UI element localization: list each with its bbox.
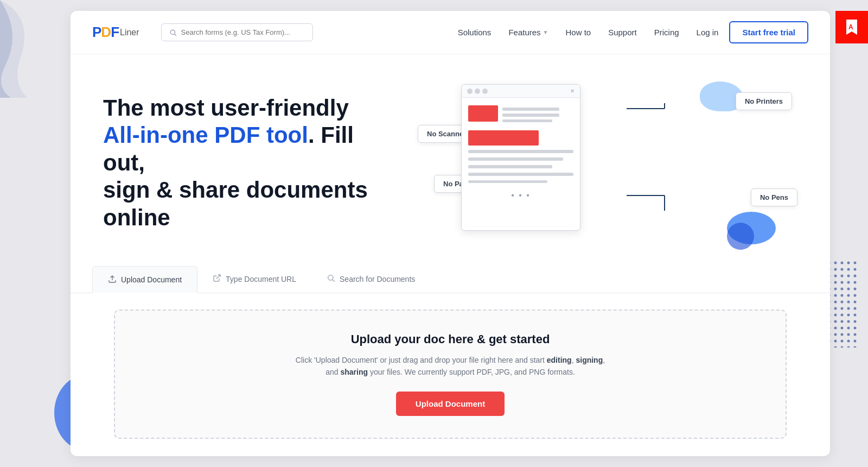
doc-line bbox=[502, 108, 559, 111]
bold-editing: editing bbox=[547, 356, 572, 364]
blob-bottomright2 bbox=[727, 223, 754, 250]
bg-decoration-topleft bbox=[0, 0, 76, 98]
svg-line-5 bbox=[174, 34, 176, 35]
upload-section: 1 Upload your doc here & get started Cli… bbox=[71, 293, 830, 456]
search-input[interactable] bbox=[181, 28, 305, 36]
svg-line-11 bbox=[216, 275, 220, 279]
search-box[interactable] bbox=[161, 23, 313, 41]
logo-text: PDF bbox=[92, 24, 119, 41]
hero-illustration: ✕ bbox=[407, 76, 808, 250]
svg-text:A: A bbox=[848, 23, 853, 31]
start-free-trial-button[interactable]: Start free trial bbox=[729, 21, 808, 43]
nav-solutions[interactable]: Solutions bbox=[451, 23, 498, 41]
search-tab-icon bbox=[327, 274, 335, 284]
doc-line bbox=[502, 113, 559, 117]
label-no-pens: No Pens bbox=[751, 188, 797, 206]
upload-description: Click 'Upload Document' or just drag and… bbox=[293, 354, 608, 378]
doc-line bbox=[468, 180, 547, 183]
url-tab-icon bbox=[213, 274, 221, 284]
doc-line bbox=[468, 157, 563, 161]
logo-liner-text: Liner bbox=[120, 28, 139, 37]
label-no-printers: No Printers bbox=[736, 92, 792, 110]
doc-dots: • • • bbox=[468, 191, 573, 200]
nav-login[interactable]: Log in bbox=[690, 23, 725, 41]
adobe-icon: A bbox=[842, 17, 861, 37]
tabs-section: Upload Document Type Document URL bbox=[71, 266, 830, 293]
doc-red-wide bbox=[468, 130, 539, 146]
svg-line-13 bbox=[333, 280, 335, 282]
logo[interactable]: PDF Liner bbox=[92, 24, 139, 41]
nav-links: Solutions Features ▼ How to Support Pric… bbox=[451, 21, 808, 43]
doc-red-small bbox=[468, 105, 498, 122]
tab-upload[interactable]: Upload Document bbox=[92, 266, 197, 293]
hero-title: The most user-friendly All-in-one PDF to… bbox=[103, 94, 385, 231]
hero-text: The most user-friendly All-in-one PDF to… bbox=[103, 94, 385, 231]
features-chevron: ▼ bbox=[543, 29, 548, 35]
doc-titlebar: ✕ bbox=[462, 85, 580, 98]
upload-title: Upload your doc here & get started bbox=[126, 332, 775, 346]
upload-dropzone[interactable]: Upload your doc here & get started Click… bbox=[114, 310, 787, 439]
nav-howto[interactable]: How to bbox=[559, 23, 597, 41]
search-icon bbox=[169, 29, 177, 36]
hero-section: The most user-friendly All-in-one PDF to… bbox=[71, 54, 830, 266]
curved-arrow bbox=[71, 333, 93, 377]
svg-point-12 bbox=[328, 275, 333, 280]
nav-features[interactable]: Features ▼ bbox=[502, 23, 554, 41]
upload-tab-icon bbox=[108, 275, 117, 285]
doc-content: • • • bbox=[462, 98, 580, 208]
navbar: PDF Liner Solutions Features ▼ How to Su… bbox=[71, 11, 830, 54]
doc-line bbox=[468, 150, 573, 153]
svg-point-4 bbox=[170, 30, 175, 34]
tab-url[interactable]: Type Document URL bbox=[197, 266, 311, 293]
nav-pricing[interactable]: Pricing bbox=[648, 23, 686, 41]
main-card: PDF Liner Solutions Features ▼ How to Su… bbox=[71, 11, 830, 456]
tab-search[interactable]: Search for Documents bbox=[311, 266, 430, 293]
nav-support[interactable]: Support bbox=[602, 23, 643, 41]
bold-sharing: sharing bbox=[340, 368, 368, 376]
adobe-icon-container[interactable]: A bbox=[835, 11, 868, 43]
bold-signing: signing bbox=[576, 356, 603, 364]
tabs-container: Upload Document Type Document URL bbox=[92, 266, 808, 293]
document-mockup: ✕ bbox=[461, 84, 580, 231]
doc-line bbox=[468, 173, 573, 176]
upload-document-button[interactable]: Upload Document bbox=[396, 392, 505, 416]
hero-blue-text: All-in-one PDF tool bbox=[103, 122, 308, 148]
doc-line bbox=[502, 119, 552, 122]
doc-line bbox=[468, 165, 552, 168]
